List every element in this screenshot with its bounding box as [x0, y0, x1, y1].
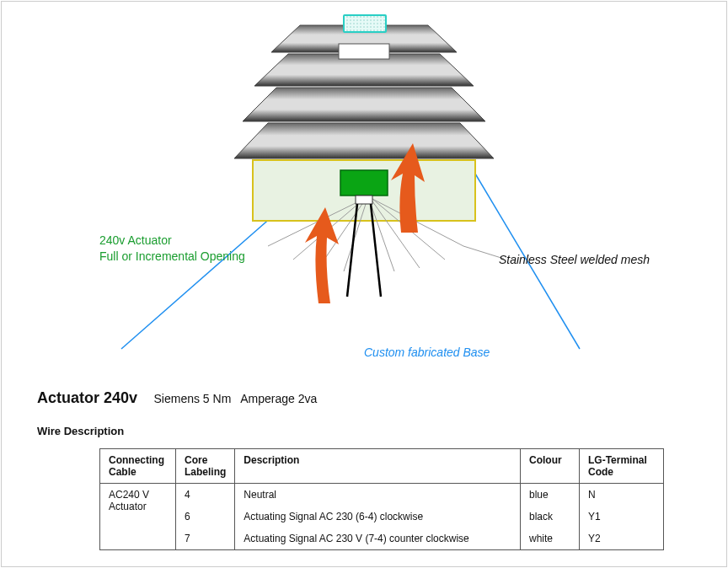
cell-colour: white [521, 528, 580, 550]
table-header-row: Connecting Cable Core Labeling Descripti… [100, 449, 664, 484]
cell-colour: blue [521, 484, 580, 506]
cell-code: Y2 [580, 528, 664, 550]
title-sub1: Siemens 5 Nm [154, 392, 232, 405]
document-frame: 240v Actuator Full or Incremental Openin… [1, 1, 727, 567]
title-block: Actuator 240v Siemens 5 Nm Amperage 2va [37, 389, 317, 407]
svg-rect-9 [339, 44, 389, 59]
title-sub2: Amperage 2va [240, 392, 317, 405]
table-row: 6 Actuating Signal AC 230 (6-4) clockwis… [100, 506, 664, 528]
actuator-label: 240v Actuator Full or Incremental Openin… [99, 233, 245, 265]
col-colour: Colour [521, 449, 580, 484]
wire-description-heading: Wire Description [37, 425, 124, 437]
svg-marker-7 [234, 123, 494, 158]
svg-rect-20 [356, 196, 372, 204]
svg-rect-8 [344, 15, 386, 32]
table-row: AC240 V Actuator 4 Neutral blue N [100, 484, 664, 506]
actuator-label-line1: 240v Actuator [99, 233, 172, 247]
cell-cable-group: AC240 V Actuator [100, 484, 176, 550]
svg-line-23 [463, 246, 504, 259]
wire-table: Connecting Cable Core Labeling Descripti… [99, 448, 664, 550]
cell-code: N [580, 484, 664, 506]
col-code: LG-Terminal Code [580, 449, 664, 484]
col-desc: Description [235, 449, 521, 484]
cell-desc: Actuating Signal AC 230 V (7-4) counter … [235, 528, 521, 550]
cell-desc: Actuating Signal AC 230 (6-4) clockwise [235, 506, 521, 528]
svg-rect-19 [340, 170, 388, 196]
cell-colour: black [521, 506, 580, 528]
cell-core: 4 [176, 484, 235, 506]
assembly-diagram [2, 2, 728, 372]
table-row: 7 Actuating Signal AC 230 V (7-4) counte… [100, 528, 664, 550]
title-main: Actuator 240v [37, 389, 137, 406]
mesh-label: Stainless Steel welded mesh [499, 253, 650, 266]
cell-core: 7 [176, 528, 235, 550]
cell-code: Y1 [580, 506, 664, 528]
svg-marker-6 [243, 88, 485, 121]
cell-desc: Neutral [235, 484, 521, 506]
base-label: Custom fabricated Base [364, 346, 490, 359]
airflow-arrow-icon [305, 207, 339, 303]
col-core: Core Labeling [176, 449, 235, 484]
actuator-label-line2: Full or Incremental Opening [99, 249, 245, 263]
col-cable: Connecting Cable [100, 449, 176, 484]
cell-core: 6 [176, 506, 235, 528]
